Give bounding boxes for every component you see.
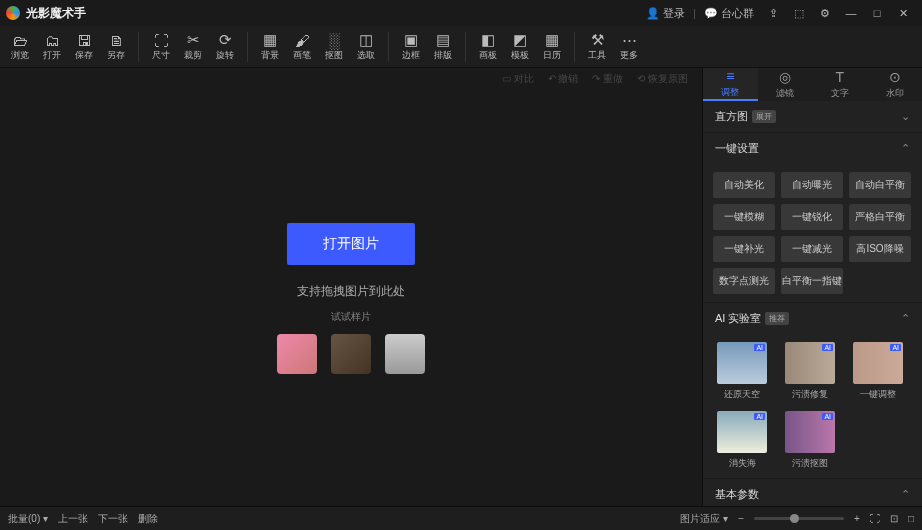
toolbar-panel-icon[interactable]: ◧画板 [472, 27, 504, 67]
sample-image[interactable] [277, 334, 317, 374]
undo-button[interactable]: ↶ 撤销 [548, 72, 579, 86]
maximize-icon[interactable]: □ [864, 0, 890, 26]
ai-thumbnail: AI [785, 411, 835, 453]
next-button[interactable]: 下一张 [98, 512, 128, 526]
preset-button[interactable]: 一键锐化 [781, 204, 843, 230]
titlebar: 光影魔术手 👤 登录 | 💬 台心群 ⇪ ⬚ ⚙ — □ ✕ [0, 0, 922, 26]
brush-icon: 🖌 [295, 31, 310, 49]
ai-item[interactable]: AI一键调整 [849, 342, 907, 401]
chevron-up-icon: ⌃ [901, 142, 910, 155]
toolbar-select-icon[interactable]: ◫选取 [350, 27, 382, 67]
grid-icon: ▦ [263, 31, 277, 49]
sample-image[interactable] [331, 334, 371, 374]
toolbar-save-as-icon[interactable]: 🗎另存 [100, 27, 132, 67]
ai-thumbnail: AI [717, 411, 767, 453]
toolbar-erase-icon[interactable]: ░抠图 [318, 27, 350, 67]
batch-button[interactable]: 批量(0) ▾ [8, 512, 48, 526]
app-title: 光影魔术手 [26, 5, 86, 22]
login-link[interactable]: 👤 登录 [640, 6, 691, 21]
canvas-controls: ▭ 对比 ↶ 撤销 ↷ 重做 ⟲ 恢复原图 [0, 68, 702, 90]
toolbar-border-icon[interactable]: ▣边框 [395, 27, 427, 67]
zoom-out-icon[interactable]: − [738, 513, 744, 524]
redo-button[interactable]: ↷ 重做 [592, 72, 623, 86]
canvas-area: ▭ 对比 ↶ 撤销 ↷ 重做 ⟲ 恢复原图 打开图片 支持拖拽图片到此处 试试样… [0, 68, 702, 506]
preset-button[interactable]: 数字点测光 [713, 268, 775, 294]
compare-toggle[interactable]: ▭ 对比 [502, 72, 534, 86]
adjust-icon: ≡ [726, 68, 734, 84]
toolbar-brush-icon[interactable]: 🖌画笔 [286, 27, 318, 67]
toolbar-more-icon[interactable]: ⋯更多 [613, 27, 645, 67]
tools-icon: ⚒ [591, 31, 604, 49]
panel-icon: ◧ [481, 31, 495, 49]
calendar-icon: ▦ [545, 31, 559, 49]
delete-button[interactable]: 删除 [138, 512, 158, 526]
basic-header[interactable]: 基本参数 ⌃ [703, 479, 922, 506]
zoom-in-icon[interactable]: + [854, 513, 860, 524]
toolbar-calendar-icon[interactable]: ▦日历 [536, 27, 568, 67]
zoom-slider[interactable] [754, 517, 844, 520]
toolbar-template-icon[interactable]: ◩模板 [504, 27, 536, 67]
preset-button[interactable]: 严格白平衡 [849, 204, 911, 230]
preset-button[interactable]: 自动美化 [713, 172, 775, 198]
fit-button[interactable]: 图片适应 ▾ [680, 512, 728, 526]
ai-item[interactable]: AI污渍修复 [781, 342, 839, 401]
chevron-down-icon: ⌄ [901, 110, 910, 123]
ai-item[interactable]: AI污渍抠图 [781, 411, 839, 470]
erase-icon: ░ [329, 31, 340, 49]
sidebar-tabs: ≡调整◎滤镜T文字⊙水印 [703, 68, 922, 101]
toolbar-crop-icon[interactable]: ✂裁剪 [177, 27, 209, 67]
settings-icon[interactable]: ⚙ [812, 0, 838, 26]
preset-button[interactable]: 一键模糊 [713, 204, 775, 230]
sample-image[interactable] [385, 334, 425, 374]
ai-section: AI 实验室 推荐 ⌃ AI还原天空AI污渍修复AI一键调整AI消失海AI污渍抠… [703, 303, 922, 479]
layout-icon: ▤ [436, 31, 450, 49]
tab-文字[interactable]: T文字 [813, 68, 868, 101]
more-icon: ⋯ [622, 31, 637, 49]
preset-button[interactable]: 高ISO降噪 [849, 236, 911, 262]
ai-header[interactable]: AI 实验室 推荐 ⌃ [703, 303, 922, 334]
toolbar-grid-icon[interactable]: ▦背景 [254, 27, 286, 67]
preset-button[interactable]: 自动白平衡 [849, 172, 911, 198]
drag-hint: 支持拖拽图片到此处 [297, 283, 405, 300]
plugin-icon[interactable]: ⬚ [786, 0, 812, 26]
ai-item[interactable]: AI还原天空 [713, 342, 771, 401]
toolbar-layout-icon[interactable]: ▤排版 [427, 27, 459, 67]
toolbar-rotate-icon[interactable]: ⟳旋转 [209, 27, 241, 67]
watermark-icon: ⊙ [889, 69, 901, 85]
tab-水印[interactable]: ⊙水印 [867, 68, 922, 101]
feedback-link[interactable]: 💬 台心群 [698, 6, 760, 21]
toolbar-open-icon[interactable]: 🗂打开 [36, 27, 68, 67]
close-icon[interactable]: ✕ [890, 0, 916, 26]
chevron-up-icon: ⌃ [901, 488, 910, 501]
share-icon[interactable]: ⇪ [760, 0, 786, 26]
resize-icon: ⛶ [154, 31, 169, 49]
zoom-full-icon[interactable]: □ [908, 513, 914, 524]
quick-header[interactable]: 一键设置 ⌃ [703, 133, 922, 164]
preset-button[interactable]: 自动曝光 [781, 172, 843, 198]
folder-open-icon: 🗁 [13, 31, 28, 49]
ai-item[interactable]: AI消失海 [713, 411, 771, 470]
zoom-fit-icon[interactable]: ⛶ [870, 513, 880, 524]
filter-icon: ◎ [779, 69, 791, 85]
chevron-up-icon: ⌃ [901, 312, 910, 325]
save-icon: 🖫 [77, 31, 92, 49]
open-image-button[interactable]: 打开图片 [287, 223, 415, 265]
zoom-actual-icon[interactable]: ⊡ [890, 513, 898, 524]
preset-button[interactable]: 一键减光 [781, 236, 843, 262]
toolbar-save-icon[interactable]: 🖫保存 [68, 27, 100, 67]
prev-button[interactable]: 上一张 [58, 512, 88, 526]
tab-滤镜[interactable]: ◎滤镜 [758, 68, 813, 101]
minimize-icon[interactable]: — [838, 0, 864, 26]
tab-调整[interactable]: ≡调整 [703, 68, 758, 101]
toolbar-tools-icon[interactable]: ⚒工具 [581, 27, 613, 67]
preset-button[interactable]: 白平衡一指键 [781, 268, 843, 294]
toolbar-folder-open-icon[interactable]: 🗁浏览 [4, 27, 36, 67]
ai-thumbnail: AI [785, 342, 835, 384]
open-icon: 🗂 [45, 31, 60, 49]
select-icon: ◫ [359, 31, 373, 49]
reset-button[interactable]: ⟲ 恢复原图 [637, 72, 688, 86]
preset-button[interactable]: 一键补光 [713, 236, 775, 262]
histogram-header[interactable]: 直方图 展开 ⌄ [703, 101, 922, 132]
toolbar-resize-icon[interactable]: ⛶尺寸 [145, 27, 177, 67]
save-as-icon: 🗎 [109, 31, 124, 49]
